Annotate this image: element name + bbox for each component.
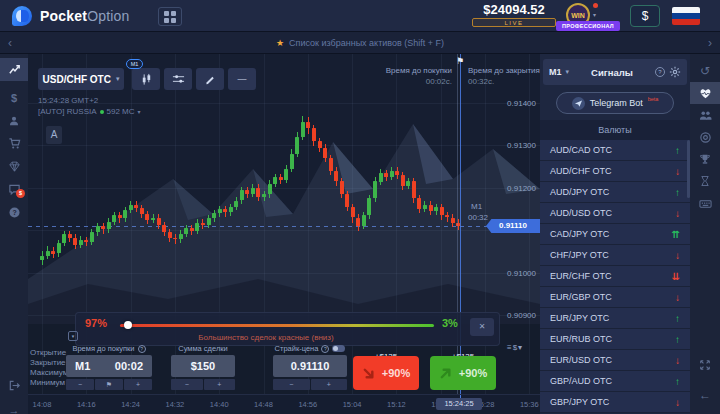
- sidebar-item-finance[interactable]: $: [0, 86, 28, 109]
- telegram-bot-button[interactable]: Telegram Bot beta: [556, 92, 674, 114]
- candle: [201, 223, 205, 226]
- asset-row[interactable]: AUD/CAD OTC↑: [540, 140, 690, 161]
- sidebar-item-market[interactable]: [0, 132, 28, 155]
- fullscreen-button[interactable]: [690, 354, 720, 376]
- sidebar-collapse-arrow-icon[interactable]: →: [0, 398, 28, 414]
- asset-row[interactable]: GBP/JPY OTC↓: [540, 392, 690, 413]
- pending-trades-button[interactable]: [690, 170, 720, 192]
- gear-icon[interactable]: [669, 66, 681, 78]
- language-flag-russia[interactable]: [672, 7, 700, 25]
- asset-row[interactable]: AUD/USD OTC↓: [540, 203, 690, 224]
- social-trading-button[interactable]: [690, 104, 720, 126]
- trades-history-button[interactable]: ↺: [690, 60, 720, 82]
- sentiment-close-button[interactable]: ✕: [470, 318, 494, 336]
- trend-down-icon: ↓: [675, 397, 680, 408]
- candle: [90, 232, 94, 242]
- profile-caret-icon[interactable]: ▾: [593, 11, 596, 18]
- candle: [134, 205, 138, 208]
- strip-collapse-arrow-icon[interactable]: ←: [690, 384, 720, 406]
- candle: [162, 225, 166, 232]
- account-balance[interactable]: $24094.52 LIVE: [472, 2, 556, 27]
- sidebar-item-chat[interactable]: $: [0, 178, 28, 201]
- asset-row[interactable]: AUD/CHF OTC↓: [540, 161, 690, 182]
- candle: [245, 190, 249, 194]
- brand-pocket: Pocket: [40, 8, 87, 24]
- close-time-value: 00:32с.: [468, 77, 540, 86]
- sidebar-item-achievements[interactable]: [0, 155, 28, 178]
- favorites-back-icon[interactable]: ‹: [8, 32, 12, 54]
- asset-row[interactable]: EUR/JPY OTC↑: [540, 308, 690, 329]
- drawing-tools-button[interactable]: [196, 68, 224, 90]
- sentiment-knob[interactable]: [124, 321, 132, 329]
- asset-row[interactable]: CHF/JPY OTC↓: [540, 245, 690, 266]
- buy-up-button[interactable]: +90%: [430, 356, 496, 390]
- sidebar-item-profile[interactable]: [0, 109, 28, 132]
- time-flag-button[interactable]: ⚑: [95, 379, 123, 390]
- pencil-icon: [204, 73, 216, 85]
- panel-collapse-icon[interactable]: ▾: [68, 331, 78, 341]
- sell-down-button[interactable]: +90%: [353, 356, 419, 390]
- info-icon[interactable]: ?: [321, 345, 329, 353]
- trade-strike-field[interactable]: 0.91110: [273, 355, 347, 377]
- asset-row[interactable]: GBP/AUD OTC↑: [540, 371, 690, 392]
- asset-row[interactable]: EUR/USD OTC↓: [540, 350, 690, 371]
- strike-plus-button[interactable]: +: [311, 379, 348, 390]
- candle: [218, 209, 222, 213]
- time-plus-button[interactable]: +: [124, 379, 152, 390]
- candle: [312, 128, 316, 141]
- asset-selector-button[interactable]: USD/CHF OTC ▾: [38, 68, 124, 90]
- favorites-list-opener[interactable]: ★ Список избранных активов (Shift + F): [276, 38, 444, 48]
- asset-name: AUD/CAD OTC: [550, 145, 675, 155]
- target-button[interactable]: [690, 126, 720, 148]
- candle: [251, 188, 255, 194]
- strike-toggle[interactable]: [332, 345, 345, 352]
- candle: [356, 218, 360, 227]
- hotkeys-button[interactable]: [690, 192, 720, 214]
- time-minus-button[interactable]: −: [66, 379, 94, 390]
- down-payout-percent: +90%: [382, 367, 410, 379]
- signals-tab-button[interactable]: [690, 82, 720, 104]
- asset-row[interactable]: EUR/RUB OTC↑: [540, 329, 690, 350]
- sentiment-track[interactable]: [120, 324, 434, 327]
- amount-plus-button[interactable]: +: [204, 379, 236, 390]
- server-status[interactable]: [AUTO] RUSSIA 592 MC ▾: [38, 107, 141, 116]
- live-account-badge: LIVE: [472, 18, 556, 27]
- asset-row[interactable]: AUD/JPY OTC↑: [540, 182, 690, 203]
- help-icon[interactable]: ?: [655, 67, 665, 77]
- sidebar-item-trading[interactable]: [0, 58, 28, 81]
- asset-row[interactable]: EUR/CHF OTC⇊: [540, 266, 690, 287]
- asset-row[interactable]: CAD/JPY OTC⇈: [540, 224, 690, 245]
- time-axis-label: 15:04: [335, 400, 369, 409]
- tournaments-button[interactable]: [690, 148, 720, 170]
- time-axis-label: 14:40: [202, 400, 236, 409]
- chevron-down-icon: ▾: [116, 75, 120, 83]
- panel-mode-icon[interactable]: ≡$▾: [507, 343, 523, 352]
- trade-amount-value: $150: [191, 360, 215, 372]
- trend-down-icon: ↓: [675, 292, 680, 303]
- amount-minus-button[interactable]: −: [171, 379, 203, 390]
- strike-minus-button[interactable]: −: [273, 379, 310, 390]
- sidebar-item-logout[interactable]: [0, 374, 28, 397]
- chart-area[interactable]: A ⚑ Время до покупки 00:02с. Время до за…: [28, 54, 540, 394]
- people-icon: [699, 109, 712, 122]
- indicators-button[interactable]: [164, 68, 192, 90]
- deposit-currency-button[interactable]: $: [630, 5, 660, 27]
- more-tools-button[interactable]: —: [228, 68, 256, 90]
- asset-name: EUR/USD OTC: [550, 355, 675, 365]
- chart-type-button[interactable]: [132, 68, 160, 90]
- chevron-down-icon[interactable]: ▾: [566, 68, 570, 76]
- candle: [79, 240, 83, 246]
- chevron-down-icon: ▾: [138, 108, 141, 115]
- trade-amount-field[interactable]: $150: [171, 355, 235, 377]
- asset-row[interactable]: EUR/GBP OTC↓: [540, 287, 690, 308]
- info-icon[interactable]: ?: [138, 345, 146, 353]
- candle: [179, 234, 183, 240]
- trade-time-field[interactable]: M1 00:02: [66, 355, 152, 377]
- apps-grid-icon[interactable]: [158, 7, 182, 26]
- favorites-forward-icon[interactable]: ›: [708, 32, 712, 54]
- arrow-down-right-icon: [362, 366, 377, 381]
- sidebar-item-help[interactable]: ?: [0, 201, 28, 224]
- signals-timeframe-dropdown[interactable]: M1: [549, 67, 562, 77]
- trend-down-icon: ↓: [675, 208, 680, 219]
- asset-name: GBP/JPY OTC: [550, 397, 675, 407]
